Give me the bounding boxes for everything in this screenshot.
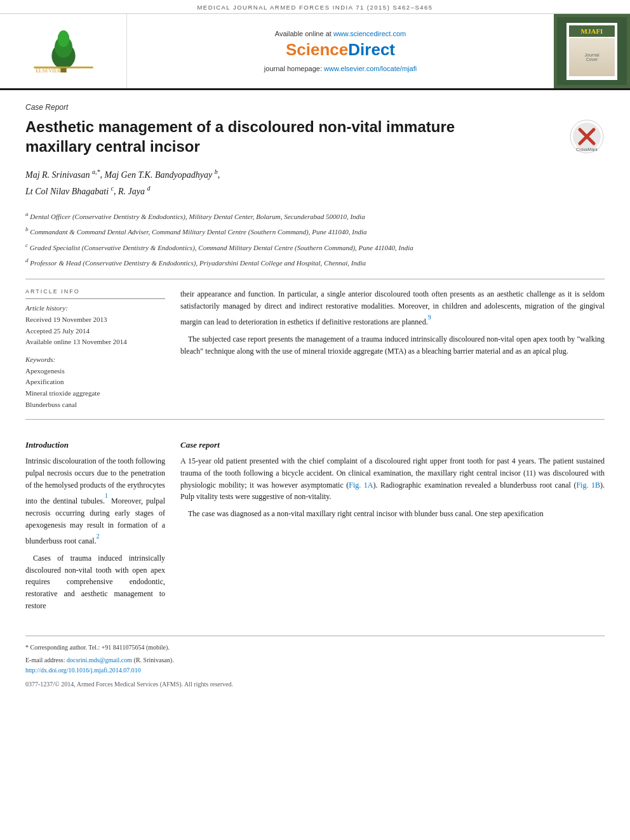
corresponding-author-note: * Corresponding author. Tel.: +91 841107… [25, 643, 605, 653]
sciencedirect-logo: ScienceDirect [286, 40, 395, 60]
aff-d-sup: d [25, 257, 29, 263]
case-report-column: Case report A 15-year old patient presen… [180, 430, 605, 617]
body-columns: Introduction Intrinsic discolouration of… [25, 430, 605, 617]
ref-9: 9 [428, 316, 431, 323]
copyright-text: 0377-1237/© 2014, Armed Forces Medical S… [25, 679, 605, 690]
keyword-1: Apexogenesis [25, 366, 165, 377]
available-online-text: Available online at www.sciencedirect.co… [275, 30, 406, 37]
received-date: Received 19 November 2013 [25, 314, 165, 326]
aff-d-text: Professor & Head (Conservative Dentistry… [30, 258, 366, 266]
aff-a-text: Dental Officer (Conservative Dentistry &… [30, 213, 365, 220]
case-para-1: A 15-year old patient presented with the… [180, 455, 605, 502]
email-line: E-mail address: docsrini.mds@gmail.com (… [25, 655, 605, 665]
affiliation-d: d Professor & Head (Conservative Dentist… [25, 256, 605, 269]
aff-b-sup: b [25, 226, 29, 232]
fig-1a-link[interactable]: Fig. 1A [349, 481, 373, 490]
accepted-date: Accepted 25 July 2014 [25, 326, 165, 337]
affiliation-b: b Commandant & Command Dental Adviser, C… [25, 225, 605, 237]
article-history-label: Article history: [25, 304, 165, 312]
title-area: CrossMark Aesthetic management of a disc… [25, 117, 605, 156]
aff-c-sup: c [25, 242, 28, 248]
elsevier-logo-area: ELSEVIER [0, 14, 127, 88]
article-info-heading: Article Info [25, 288, 165, 295]
keyword-3: Mineral trioxide aggregate [25, 388, 165, 399]
keyword-4: Blunderbuss canal [25, 399, 165, 411]
intro-para-2: Cases of trauma induced intrinsically di… [25, 552, 165, 611]
journal-title-text: Medical Journal Armed Forces India 71 (2… [197, 4, 432, 11]
elsevier-logo: ELSEVIER [25, 29, 102, 74]
keyword-2: Apexification [25, 377, 165, 388]
fig-1b-link[interactable]: Fig. 1B [576, 481, 600, 490]
article-info-panel: Article Info Article history: Received 1… [25, 288, 165, 410]
author-sep-1: , Maj Gen T.K. Bandyopadhyay [100, 170, 215, 180]
available-online-date: Available online 13 November 2014 [25, 337, 165, 348]
article-info-and-abstract: Article Info Article history: Received 1… [25, 288, 605, 410]
introduction-column: Introduction Intrinsic discolouration of… [25, 430, 165, 617]
abstract-para-2: The subjected case report presents the m… [180, 333, 605, 357]
ref-9-link[interactable]: 9 [428, 313, 431, 320]
case-report-title: Case report [180, 439, 605, 451]
main-divider [25, 279, 605, 279]
crossmark-area: CrossMark [570, 119, 605, 157]
svg-text:CrossMark: CrossMark [576, 147, 598, 152]
elsevier-tree-icon: ELSEVIER [25, 29, 102, 74]
article-info-divider [25, 298, 165, 299]
aff-a-sup: a [25, 211, 29, 217]
journal-url[interactable]: www.elsevier.com/locate/mjafi [324, 65, 417, 72]
sciencedirect-blue: Direct [348, 40, 395, 59]
mjafi-badge-area: MJAFI JournalCover [554, 14, 630, 88]
author-1: Maj R. Srinivasan [25, 170, 92, 180]
sciencedirect-banner: Available online at www.sciencedirect.co… [127, 14, 554, 88]
introduction-title: Introduction [25, 439, 165, 451]
doi-line: http://dx.doi.org/10.1016/j.mjafi.2014.0… [25, 665, 605, 676]
aff-b-text: Commandant & Command Dental Adviser, Com… [30, 228, 366, 236]
author-sep-3: , R. Jaya [114, 187, 147, 196]
article-footer: * Corresponding author. Tel.: +91 841107… [25, 636, 605, 690]
authors-line: Maj R. Srinivasan a,*, Maj Gen T.K. Band… [25, 166, 605, 199]
abstract-text-right: their appearance and function. In partic… [180, 288, 605, 410]
intro-para-1: Intrinsic discolouration of the tooth fo… [25, 455, 165, 547]
journal-homepage-text: journal homepage: www.elsevier.com/locat… [264, 65, 417, 72]
affiliation-a: a Dental Officer (Conservative Dentistry… [25, 210, 605, 222]
author-3: Lt Col Nilav Bhagabati [25, 187, 111, 196]
article-type-label: Case Report [25, 103, 605, 112]
publisher-banner: ELSEVIER Available online at www.science… [0, 14, 630, 90]
author-sep-2: , [218, 170, 220, 180]
mjafi-logo-text: MJAFI [581, 27, 603, 35]
author-email-link[interactable]: docsrini.mds@gmail.com [67, 657, 132, 663]
author-1-sup: a,* [92, 168, 100, 175]
section-divider-1 [25, 419, 605, 420]
main-content: Case Report CrossMark Aesthetic manageme… [0, 90, 630, 702]
keywords-label: Keywords: [25, 356, 165, 363]
ref-2-link[interactable]: 2 [97, 532, 100, 539]
svg-point-3 [57, 30, 69, 46]
crossmark-badge-icon: CrossMark [570, 119, 605, 154]
aff-c-text: Graded Specialist (Conservative Dentistr… [30, 243, 413, 251]
svg-text:ELSEVIER: ELSEVIER [36, 68, 61, 74]
abstract-para-1: their appearance and function. In partic… [180, 288, 605, 328]
affiliation-c: c Graded Specialist (Conservative Dentis… [25, 241, 605, 253]
sciencedirect-url[interactable]: www.sciencedirect.com [333, 30, 406, 37]
affiliations-area: a Dental Officer (Conservative Dentistry… [25, 210, 605, 269]
article-title: Aesthetic management of a discoloured no… [25, 117, 457, 156]
journal-header: Medical Journal Armed Forces India 71 (2… [0, 0, 630, 14]
doi-link[interactable]: http://dx.doi.org/10.1016/j.mjafi.2014.0… [25, 667, 141, 674]
case-para-2: The case was diagnosed as a non-vital ma… [180, 508, 605, 520]
author-4-sup: d [147, 185, 151, 192]
